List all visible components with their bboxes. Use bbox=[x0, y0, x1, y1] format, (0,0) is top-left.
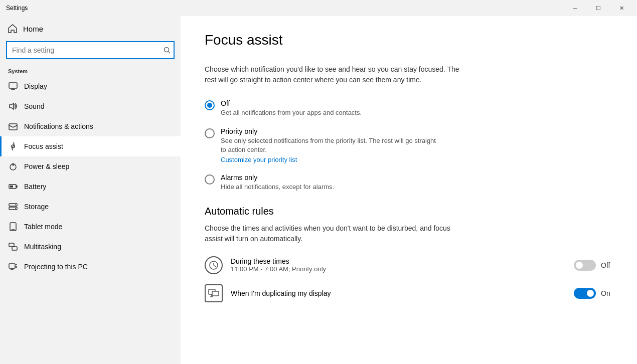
svg-point-18 bbox=[15, 205, 16, 206]
rule-during-times-text: During these times 11:00 PM - 7:00 AM; P… bbox=[231, 257, 566, 273]
radio-off-circle[interactable] bbox=[205, 100, 215, 110]
display-icon bbox=[8, 81, 18, 91]
radio-priority-sublabel: See only selected notifications from the… bbox=[221, 136, 441, 154]
description: Choose which notification you'd like to … bbox=[205, 64, 465, 85]
focus-icon bbox=[8, 141, 18, 151]
sidebar-item-multitasking[interactable]: Multitasking bbox=[0, 237, 181, 257]
rule-during-times-toggle[interactable] bbox=[574, 260, 596, 271]
search-icon bbox=[164, 47, 171, 54]
radio-alarms-label: Alarms only bbox=[221, 173, 334, 181]
storage-icon bbox=[8, 202, 18, 212]
maximize-button[interactable]: ☐ bbox=[587, 0, 610, 16]
minimize-button[interactable]: ─ bbox=[564, 0, 587, 16]
svg-rect-24 bbox=[9, 264, 15, 268]
rule-duplicating-text: When I'm duplicating my display bbox=[231, 289, 566, 297]
sidebar-item-display[interactable]: Display bbox=[0, 76, 181, 96]
sidebar-item-notifications[interactable]: Notifications & actions bbox=[0, 116, 181, 136]
radio-alarms-labels: Alarms only Hide all notifications, exce… bbox=[221, 173, 334, 192]
radio-off: Off Get all notifications from your apps… bbox=[205, 99, 613, 117]
rule-during-times-sub: 11:00 PM - 7:00 AM; Priority only bbox=[231, 265, 566, 273]
sound-label: Sound bbox=[24, 102, 44, 110]
rule-duplicating-toggle[interactable] bbox=[574, 288, 596, 299]
radio-priority-label: Priority only bbox=[221, 127, 441, 135]
radio-priority-labels: Priority only See only selected notifica… bbox=[221, 127, 441, 163]
multitasking-icon bbox=[8, 242, 18, 252]
sidebar-item-power[interactable]: Power & sleep bbox=[0, 156, 181, 176]
svg-rect-2 bbox=[9, 83, 17, 88]
multitasking-label: Multitasking bbox=[24, 243, 61, 251]
duplicate-display-icon bbox=[205, 284, 223, 302]
svg-marker-5 bbox=[10, 103, 14, 109]
notifications-icon bbox=[8, 121, 18, 131]
titlebar: Settings ─ ☐ ✕ bbox=[0, 0, 637, 16]
search-input[interactable] bbox=[6, 41, 175, 59]
rule-duplicating-display: When I'm duplicating my display On bbox=[205, 284, 613, 302]
sidebar-item-sound[interactable]: Sound bbox=[0, 96, 181, 116]
radio-off-sublabel: Get all notifications from your apps and… bbox=[221, 108, 362, 117]
rule-during-times: During these times 11:00 PM - 7:00 AM; P… bbox=[205, 256, 613, 274]
rule-during-times-title: During these times bbox=[231, 257, 566, 265]
search-box bbox=[6, 41, 175, 59]
window-controls: ─ ☐ ✕ bbox=[564, 0, 633, 16]
svg-line-32 bbox=[214, 265, 216, 267]
rule-duplicating-title: When I'm duplicating my display bbox=[231, 289, 566, 297]
sound-icon bbox=[8, 101, 18, 111]
automatic-rules-desc: Choose the times and activities when you… bbox=[205, 223, 465, 244]
rule-during-times-toggle-label: Off bbox=[601, 261, 613, 269]
rule-duplicating-toggle-label: On bbox=[601, 289, 613, 297]
rule-during-times-toggle-wrap: Off bbox=[574, 260, 613, 271]
sidebar-item-focus[interactable]: Focus assist bbox=[0, 136, 181, 156]
svg-rect-15 bbox=[10, 186, 13, 188]
tablet-icon bbox=[8, 222, 18, 232]
radio-alarms-circle[interactable] bbox=[205, 174, 215, 185]
sidebar-item-storage[interactable]: Storage bbox=[0, 197, 181, 217]
notifications-label: Notifications & actions bbox=[24, 122, 93, 130]
radio-priority-circle[interactable] bbox=[205, 128, 215, 138]
content-area: Focus assist Choose which notification y… bbox=[181, 16, 637, 364]
power-label: Power & sleep bbox=[24, 162, 69, 170]
close-button[interactable]: ✕ bbox=[610, 0, 633, 16]
battery-icon bbox=[8, 181, 18, 192]
svg-line-1 bbox=[169, 52, 171, 54]
power-icon bbox=[8, 161, 18, 171]
radio-priority: Priority only See only selected notifica… bbox=[205, 127, 613, 163]
svg-rect-36 bbox=[212, 291, 219, 296]
svg-point-19 bbox=[15, 208, 16, 209]
app-body: Home System Display Sou bbox=[0, 16, 637, 364]
focus-label: Focus assist bbox=[24, 142, 63, 150]
customize-priority-link[interactable]: Customize your priority list bbox=[221, 156, 441, 163]
app-title: Settings bbox=[6, 5, 28, 12]
battery-label: Battery bbox=[24, 183, 46, 191]
sidebar-item-battery[interactable]: Battery bbox=[0, 176, 181, 197]
sidebar-item-tablet[interactable]: Tablet mode bbox=[0, 217, 181, 237]
tablet-label: Tablet mode bbox=[24, 223, 62, 231]
projecting-icon bbox=[8, 262, 18, 272]
home-icon bbox=[8, 24, 17, 33]
radio-off-labels: Off Get all notifications from your apps… bbox=[221, 99, 362, 117]
clock-icon bbox=[205, 256, 223, 274]
svg-point-0 bbox=[165, 48, 169, 52]
home-label: Home bbox=[23, 25, 43, 33]
projecting-label: Projecting to this PC bbox=[24, 263, 88, 271]
sidebar: Home System Display Sou bbox=[0, 16, 181, 364]
storage-label: Storage bbox=[24, 203, 49, 211]
sidebar-item-projecting[interactable]: Projecting to this PC bbox=[0, 257, 181, 277]
display-label: Display bbox=[24, 82, 47, 90]
svg-rect-6 bbox=[9, 124, 17, 130]
sidebar-section-system: System bbox=[0, 65, 181, 76]
svg-rect-23 bbox=[12, 247, 17, 250]
page-title: Focus assist bbox=[205, 32, 613, 48]
radio-alarms: Alarms only Hide all notifications, exce… bbox=[205, 173, 613, 192]
rule-duplicating-toggle-wrap: On bbox=[574, 288, 613, 299]
svg-rect-22 bbox=[9, 243, 14, 247]
sidebar-item-home[interactable]: Home bbox=[0, 16, 181, 39]
radio-alarms-sublabel: Hide all notifications, except for alarm… bbox=[221, 183, 334, 192]
automatic-rules-title: Automatic rules bbox=[205, 206, 613, 217]
radio-off-label: Off bbox=[221, 99, 362, 107]
